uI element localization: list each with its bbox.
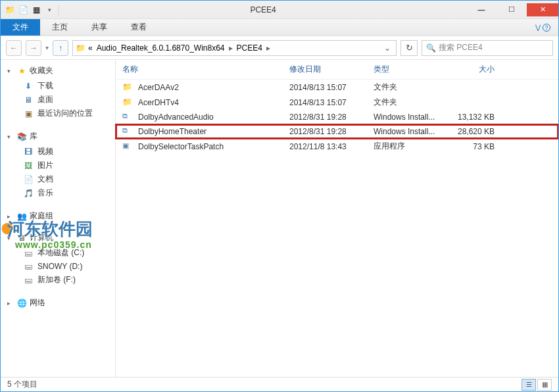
breadcrumb-seg-0[interactable]: Audio_Realtek_6.0.1.6870_Win8x64 bbox=[95, 43, 226, 53]
address-bar[interactable]: 📁 « Audio_Realtek_6.0.1.6870_Win8x64 ▸ P… bbox=[72, 40, 397, 56]
details-view-button[interactable]: ☰ bbox=[522, 379, 536, 391]
maximize-button[interactable]: ☐ bbox=[497, 3, 527, 16]
search-placeholder: 搜索 PCEE4 bbox=[439, 42, 483, 53]
file-name: AcerDAAv2 bbox=[138, 83, 179, 92]
file-date: 2014/8/13 15:07 bbox=[285, 98, 370, 107]
file-list-pane: 名称 修改日期 类型 大小 📁AcerDAAv22014/8/13 15:07文… bbox=[116, 60, 558, 377]
file-date: 2012/8/31 19:28 bbox=[285, 112, 370, 122]
tab-home[interactable]: 主页 bbox=[40, 19, 80, 36]
nav-favorites[interactable]: ▾★收藏夹 bbox=[7, 65, 115, 76]
col-name[interactable]: 名称 bbox=[116, 64, 285, 75]
status-text: 5 个项目 bbox=[7, 379, 37, 390]
file-type: 应用程序 bbox=[370, 141, 447, 152]
folder-icon: 📁 bbox=[76, 43, 85, 53]
file-menu[interactable]: 文件 bbox=[1, 19, 40, 36]
homegroup-icon: 👥 bbox=[16, 211, 27, 222]
breadcrumb-seg-1[interactable]: PCEE4 bbox=[235, 43, 264, 53]
minimize-button[interactable]: — bbox=[466, 3, 497, 16]
search-input[interactable]: 🔍 搜索 PCEE4 bbox=[422, 40, 553, 56]
chevron-down-icon: ▾ bbox=[7, 68, 14, 74]
chevron-down-icon: ▾ bbox=[7, 235, 14, 241]
file-row[interactable]: ⧉DolbyAdvancedAudio2012/8/31 19:28Window… bbox=[116, 110, 558, 124]
file-size: 13,132 KB bbox=[447, 112, 506, 122]
computer-icon: 🖥 bbox=[16, 233, 27, 243]
network-icon: 🌐 bbox=[16, 298, 27, 308]
nav-drive-c[interactable]: 🖴本地磁盘 (C:) bbox=[7, 246, 115, 260]
title-bar: 📁 📄 ▦ ▾ | PCEE4 — ☐ ✕ bbox=[1, 1, 558, 19]
nav-pictures[interactable]: 🖼图片 bbox=[7, 159, 115, 172]
file-row[interactable]: 📁AcerDHTv42014/8/13 15:07文件夹 bbox=[116, 95, 558, 110]
up-button[interactable]: ↑ bbox=[53, 40, 68, 56]
file-date: 2014/8/13 15:07 bbox=[285, 83, 370, 92]
nav-videos[interactable]: 🎞视频 bbox=[7, 145, 115, 159]
file-row[interactable]: ⧉DolbyHomeTheater2012/8/31 19:28Windows … bbox=[116, 124, 558, 139]
file-type: 文件夹 bbox=[370, 97, 447, 108]
main-area: ▾★收藏夹 ⬇下载 🖥桌面 ▣最近访问的位置 ▾📚库 🎞视频 🖼图片 📄文档 🎵… bbox=[1, 60, 558, 377]
file-size: 28,620 KB bbox=[447, 127, 506, 136]
column-headers: 名称 修改日期 类型 大小 bbox=[116, 60, 558, 80]
nav-desktop[interactable]: 🖥桌面 bbox=[7, 93, 115, 107]
close-button[interactable]: ✕ bbox=[527, 3, 558, 16]
file-size: 73 KB bbox=[447, 142, 506, 151]
tab-view[interactable]: 查看 bbox=[119, 19, 158, 36]
recent-icon: ▣ bbox=[23, 109, 34, 119]
nav-pane: ▾★收藏夹 ⬇下载 🖥桌面 ▣最近访问的位置 ▾📚库 🎞视频 🖼图片 📄文档 🎵… bbox=[1, 60, 116, 377]
dropdown-icon[interactable]: ▾ bbox=[44, 5, 55, 15]
expand-ribbon-icon[interactable]: ⋁ ? bbox=[527, 24, 558, 32]
quick-launch: 📁 📄 ▦ ▾ | bbox=[1, 4, 60, 16]
download-icon: ⬇ bbox=[23, 81, 34, 91]
msi-icon: ⧉ bbox=[122, 126, 133, 137]
new-doc-icon[interactable]: 📄 bbox=[18, 5, 28, 15]
msi-icon: ⧉ bbox=[122, 112, 133, 122]
breadcrumb-prefix[interactable]: « bbox=[87, 43, 94, 53]
drive-icon: 🖴 bbox=[23, 248, 34, 258]
col-type[interactable]: 类型 bbox=[370, 64, 447, 75]
chevron-right-icon[interactable]: ▸ bbox=[228, 43, 234, 53]
nav-downloads[interactable]: ⬇下载 bbox=[7, 79, 115, 93]
video-icon: 🎞 bbox=[23, 147, 34, 157]
tab-share[interactable]: 共享 bbox=[80, 19, 119, 36]
back-button[interactable]: ← bbox=[6, 40, 22, 56]
nav-drive-d[interactable]: 🖴SNOWY (D:) bbox=[7, 260, 115, 273]
file-row[interactable]: 📁AcerDAAv22014/8/13 15:07文件夹 bbox=[116, 80, 558, 95]
folder-icon: 📁 bbox=[122, 82, 133, 93]
file-name: DolbyAdvancedAudio bbox=[138, 112, 214, 122]
search-icon: 🔍 bbox=[426, 43, 436, 53]
nav-drive-f[interactable]: 🖴新加卷 (F:) bbox=[7, 273, 115, 287]
nav-libraries[interactable]: ▾📚库 bbox=[7, 131, 115, 142]
chevron-down-icon: ▾ bbox=[7, 134, 14, 140]
file-name: DolbySelectorTaskPatch bbox=[138, 142, 224, 151]
nav-computer[interactable]: ▾🖥计算机 bbox=[7, 232, 115, 243]
desktop-icon: 🖥 bbox=[23, 95, 34, 105]
nav-recent[interactable]: ▣最近访问的位置 bbox=[7, 107, 115, 120]
file-type: Windows Install... bbox=[370, 112, 447, 122]
file-rows: 📁AcerDAAv22014/8/13 15:07文件夹📁AcerDHTv420… bbox=[116, 80, 558, 154]
chevron-right-icon: ▸ bbox=[7, 300, 14, 306]
nav-music[interactable]: 🎵音乐 bbox=[7, 186, 115, 200]
file-name: AcerDHTv4 bbox=[138, 98, 179, 107]
forward-button[interactable]: → bbox=[26, 40, 41, 56]
file-type: Windows Install... bbox=[370, 127, 447, 136]
col-date[interactable]: 修改日期 bbox=[285, 64, 370, 75]
drive-icon: 🖴 bbox=[23, 261, 34, 272]
address-dropdown-icon[interactable]: ⌄ bbox=[381, 43, 393, 53]
chevron-right-icon: ▸ bbox=[7, 213, 14, 220]
window-title: PCEE4 bbox=[60, 5, 466, 14]
exe-icon: ▣ bbox=[122, 141, 133, 152]
library-icon: 📚 bbox=[16, 132, 27, 142]
icons-view-button[interactable]: ▦ bbox=[537, 379, 552, 391]
file-type: 文件夹 bbox=[370, 82, 447, 93]
history-dropdown-icon[interactable]: ▾ bbox=[45, 44, 49, 51]
ribbon-bar: 文件 主页 共享 查看 ⋁ ? bbox=[1, 19, 558, 36]
col-size[interactable]: 大小 bbox=[447, 64, 506, 75]
chevron-right-icon[interactable]: ▸ bbox=[265, 43, 272, 53]
nav-network[interactable]: ▸🌐网络 bbox=[7, 297, 115, 308]
nav-documents[interactable]: 📄文档 bbox=[7, 172, 115, 186]
view-switcher: ☰ ▦ bbox=[522, 379, 552, 391]
refresh-button[interactable]: ↻ bbox=[401, 40, 418, 56]
file-name: DolbyHomeTheater bbox=[138, 127, 207, 136]
properties-icon[interactable]: ▦ bbox=[31, 5, 41, 15]
file-row[interactable]: ▣DolbySelectorTaskPatch2012/11/8 13:43应用… bbox=[116, 139, 558, 154]
address-row: ← → ▾ ↑ 📁 « Audio_Realtek_6.0.1.6870_Win… bbox=[1, 36, 558, 60]
nav-homegroup[interactable]: ▸👥家庭组 bbox=[7, 210, 115, 222]
